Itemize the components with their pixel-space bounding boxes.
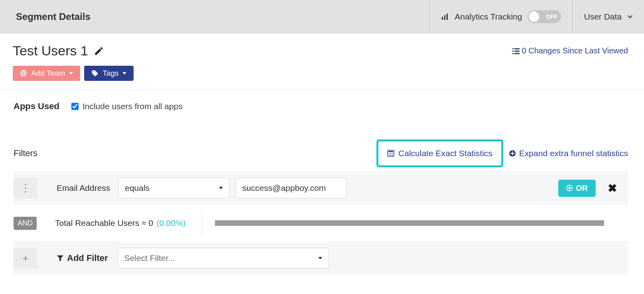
svg-rect-23 xyxy=(568,188,571,188)
reachable-users-pct: (0.00%) xyxy=(156,218,186,228)
analytics-toggle[interactable]: OFF xyxy=(528,10,561,23)
svg-point-17 xyxy=(392,155,393,156)
vertical-divider xyxy=(202,210,202,236)
segment-name: Test Users 1 xyxy=(13,43,88,59)
svg-rect-11 xyxy=(388,151,393,152)
tag-icon xyxy=(91,70,98,77)
include-all-apps-checkbox[interactable]: Include users from all apps xyxy=(71,102,183,111)
bar-chart-icon xyxy=(441,13,449,21)
reachable-users-label: Total Reachable Users ≈ 0 xyxy=(55,218,153,228)
header-row: Test Users 1 0 Changes Since Last Viewed xyxy=(13,43,628,59)
filter-select[interactable]: Select Filter... xyxy=(118,248,329,269)
or-label: OR xyxy=(576,184,588,193)
and-badge: AND xyxy=(14,217,37,230)
add-filter-plus[interactable]: + xyxy=(14,248,37,269)
add-team-button[interactable]: Add Team xyxy=(13,66,80,81)
operator-select[interactable]: equals xyxy=(118,178,230,198)
calculator-icon xyxy=(387,150,394,157)
filters-header: Filters Calculate Exact Statistics Expan… xyxy=(14,139,628,167)
analytics-label: Analytics Tracking xyxy=(455,12,522,22)
filter-row: ⋮ Email Address equals OR ✖ xyxy=(14,171,628,205)
tags-button[interactable]: Tags xyxy=(84,66,134,81)
caret-down-icon xyxy=(69,72,73,74)
svg-rect-0 xyxy=(442,17,443,20)
apps-used-label: Apps Used xyxy=(14,101,59,112)
add-filter-label-group: Add Filter xyxy=(57,253,108,263)
plus-circle-icon xyxy=(566,185,573,191)
filter-select-placeholder: Select Filter... xyxy=(124,253,175,263)
svg-rect-20 xyxy=(510,153,514,154)
filter-field-label: Email Address xyxy=(57,183,110,193)
caret-down-icon xyxy=(219,187,223,189)
svg-rect-5 xyxy=(512,51,514,52)
calculate-statistics-button[interactable]: Calculate Exact Statistics xyxy=(376,139,503,167)
toggle-knob xyxy=(529,12,539,22)
tags-label: Tags xyxy=(102,69,118,78)
header-buttons: Add Team Tags xyxy=(13,66,628,81)
svg-point-16 xyxy=(390,155,391,156)
user-data-label: User Data xyxy=(584,12,622,22)
svg-rect-6 xyxy=(514,51,520,52)
drag-handle[interactable]: ⋮ xyxy=(14,178,37,198)
expand-funnel-link[interactable]: Expand extra funnel statistics xyxy=(509,149,628,158)
topbar: Segment Details Analytics Tracking OFF U… xyxy=(0,0,644,33)
page-title: Segment Details xyxy=(0,0,429,33)
include-label: Include users from all apps xyxy=(83,102,183,111)
changes-text: 0 Changes Since Last Viewed xyxy=(522,46,628,55)
apps-used-row: Apps Used Include users from all apps xyxy=(14,101,628,112)
filters-links: Calculate Exact Statistics Expand extra … xyxy=(376,139,628,167)
segment-header: Test Users 1 0 Changes Since Last Viewed… xyxy=(0,33,644,90)
calc-label: Calculate Exact Statistics xyxy=(398,149,492,158)
svg-rect-7 xyxy=(512,53,514,54)
plus-circle-icon xyxy=(509,150,516,157)
svg-rect-1 xyxy=(444,15,445,20)
plus-icon: + xyxy=(22,252,28,265)
include-checkbox-input[interactable] xyxy=(71,103,79,110)
analytics-tracking-section: Analytics Tracking OFF xyxy=(429,0,572,33)
operator-value: equals xyxy=(125,183,150,193)
svg-rect-3 xyxy=(512,48,514,49)
add-team-label: Add Team xyxy=(31,69,65,78)
svg-rect-8 xyxy=(514,53,520,54)
changes-link[interactable]: 0 Changes Since Last Viewed xyxy=(512,46,628,55)
svg-point-12 xyxy=(389,153,390,154)
segment-name-group: Test Users 1 xyxy=(13,43,104,59)
chevron-down-icon xyxy=(627,14,633,20)
svg-point-15 xyxy=(389,155,390,156)
remove-filter-button[interactable]: ✖ xyxy=(608,182,617,195)
list-icon xyxy=(512,47,520,55)
svg-rect-2 xyxy=(447,14,448,20)
and-row: AND Total Reachable Users ≈ 0 (0.00%) xyxy=(14,205,628,241)
add-filter-row: + Add Filter Select Filter... xyxy=(14,241,628,275)
expand-label: Expand extra funnel statistics xyxy=(519,149,628,158)
toggle-state-label: OFF xyxy=(546,14,557,20)
svg-point-13 xyxy=(390,153,391,154)
user-data-dropdown[interactable]: User Data xyxy=(572,0,644,33)
svg-rect-4 xyxy=(514,48,520,49)
drag-icon: ⋮ xyxy=(20,182,31,194)
caret-down-icon xyxy=(122,72,126,74)
svg-point-14 xyxy=(392,153,393,154)
caret-down-icon xyxy=(318,257,322,259)
reach-bar xyxy=(215,220,604,226)
filters-label: Filters xyxy=(14,148,37,159)
body: Apps Used Include users from all apps Fi… xyxy=(0,90,644,283)
add-filter-text: Add Filter xyxy=(67,253,108,263)
or-button[interactable]: OR xyxy=(558,180,596,197)
edit-icon[interactable] xyxy=(94,46,104,56)
funnel-icon xyxy=(57,255,64,262)
globe-icon xyxy=(20,70,27,77)
filter-value-input[interactable] xyxy=(235,178,347,198)
